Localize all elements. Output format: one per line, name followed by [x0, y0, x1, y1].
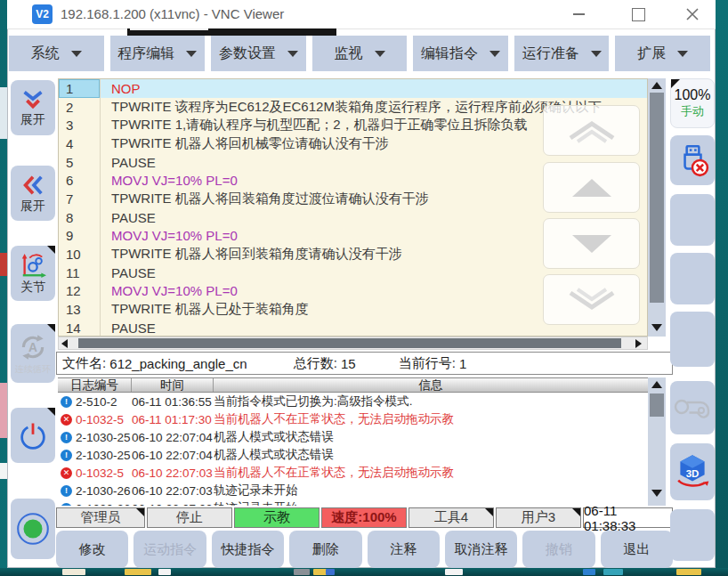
log-header-message: 信息: [214, 378, 648, 392]
log-id: 2-1030-25: [76, 431, 131, 444]
delete-button[interactable]: 删除: [289, 531, 361, 568]
empty-slot-button[interactable]: [670, 194, 715, 246]
menu-item-edit-instruction[interactable]: 编辑指令: [413, 36, 508, 71]
scroll-down-arrow[interactable]: [651, 490, 662, 497]
line-down-button[interactable]: [543, 218, 640, 269]
cycle-label: 连续循环: [15, 363, 51, 376]
gamepad-button[interactable]: [670, 381, 715, 434]
motion-instruction-button[interactable]: 运动指令: [133, 531, 206, 568]
scroll-up-arrow[interactable]: [651, 381, 662, 388]
desktop-icon: [62, 569, 85, 575]
joint-coord-button[interactable]: 关节: [11, 246, 55, 301]
empty-slot-button[interactable]: [670, 312, 715, 367]
chevron-down-icon: [287, 51, 298, 57]
close-button[interactable]: [677, 4, 708, 25]
vscroll-thumb[interactable]: [650, 93, 664, 303]
log-message: 当前机器人不在正常状态，无法启动拖动示教: [214, 465, 648, 481]
log-header: 日志编号 时间 信息: [58, 377, 648, 393]
menu-item-label: 程序编辑: [117, 45, 174, 63]
log-id: 2-510-2: [76, 395, 117, 409]
log-time: 06-11 01:17:30: [132, 413, 214, 426]
cycle-icon: A: [18, 332, 48, 362]
status-user-frame[interactable]: 用户3: [496, 507, 581, 528]
status-speed[interactable]: 速度:100%: [321, 507, 407, 528]
menu-item-extension[interactable]: 扩展: [615, 36, 710, 71]
code-line[interactable]: 1NOP: [59, 79, 647, 98]
log-row[interactable]: !2-1030-2606-10 22:07:03轨迹记录未开始: [58, 499, 648, 506]
bottom-button-bar: 修改 运动指令 快捷指令 删除 注释 取消注释 撤销 退出: [56, 531, 673, 568]
file-name-value: 612_packing_angle_cn: [109, 356, 247, 371]
speed-mode-button[interactable]: 100% 手动: [670, 78, 715, 128]
quick-instruction-button[interactable]: 快捷指令: [212, 531, 284, 568]
speed-value: 100%: [675, 87, 711, 103]
log-message: 当前指令模式已切换为:高级指令模式.: [214, 393, 648, 410]
log-time: 06-10 22:07:03: [132, 466, 214, 480]
minimize-button[interactable]: [563, 4, 594, 25]
scroll-down-arrow[interactable]: [651, 324, 662, 331]
info-icon: !: [61, 485, 72, 497]
line-text: TPWRITE 机器人将回机械零位请确认没有干涉: [100, 135, 389, 152]
corner-marker: [136, 508, 144, 516]
exit-button[interactable]: 退出: [601, 531, 673, 568]
3d-view-button[interactable]: 3D: [670, 443, 715, 500]
editor-vscrollbar[interactable]: [648, 78, 666, 337]
menu-item-monitor[interactable]: 监视: [312, 36, 408, 71]
double-chevron-up-icon: [563, 118, 620, 143]
menu-item-parameter-settings[interactable]: 参数设置: [211, 36, 306, 71]
divider: [100, 79, 101, 336]
line-text: NOP: [100, 81, 141, 96]
line-number: 4: [59, 134, 100, 153]
uncomment-button[interactable]: 取消注释: [445, 531, 517, 568]
expand-vertical-button[interactable]: 展开: [11, 80, 55, 135]
info-icon: !: [61, 432, 72, 443]
line-number: 11: [59, 264, 100, 282]
double-chevron-down-icon: [19, 88, 47, 111]
log-vscrollbar[interactable]: [648, 377, 666, 506]
empty-slot-button[interactable]: [670, 509, 715, 561]
continuous-cycle-button[interactable]: A 连续循环: [11, 324, 55, 383]
line-text: PAUSE: [100, 265, 156, 280]
undo-button[interactable]: 撤销: [522, 531, 595, 568]
comment-button[interactable]: 注释: [368, 531, 440, 568]
empty-slot-button[interactable]: [670, 253, 715, 304]
file-name-label: 文件名:: [62, 355, 109, 372]
status-role[interactable]: 管理员: [56, 507, 145, 528]
modify-button[interactable]: 修改: [56, 531, 128, 568]
record-start-button[interactable]: [11, 499, 55, 559]
corner-marker: [671, 79, 680, 88]
log-row[interactable]: !2-1030-2506-10 22:07:04机器人模式或状态错误: [58, 446, 648, 464]
log-row[interactable]: ✕0-1032-506-11 01:17:30当前机器人不在正常状态，无法启动拖…: [58, 410, 648, 428]
desktop-icon: [583, 569, 595, 575]
log-row[interactable]: !2-1030-2506-10 22:07:04机器人模式或状态错误: [58, 428, 648, 446]
log-row[interactable]: !2-1030-2606-10 22:07:03轨迹记录未开始: [58, 482, 648, 499]
power-button[interactable]: [11, 408, 55, 463]
vscroll-thumb[interactable]: [650, 393, 664, 417]
editor-hscrollbar[interactable]: [58, 337, 648, 350]
total-lines-value: 15: [341, 356, 356, 371]
scroll-left-arrow[interactable]: [61, 339, 68, 348]
log-row[interactable]: !2-510-206-11 01:36:55当前指令模式已切换为:高级指令模式.: [58, 393, 648, 410]
log-row[interactable]: ✕0-1032-506-10 22:07:03当前机器人不在正常状态，无法启动拖…: [58, 464, 648, 482]
menu-item-program-edit[interactable]: 程序编辑: [110, 36, 206, 71]
status-tool[interactable]: 工具4: [408, 507, 494, 528]
scroll-up-arrow[interactable]: [651, 82, 662, 89]
usb-status-button[interactable]: [670, 135, 715, 185]
line-text: PAUSE: [100, 155, 156, 170]
menu-item-run-prepare[interactable]: 运行准备: [514, 36, 610, 71]
log-time: 06-10 22:07:03: [132, 484, 214, 498]
chevron-down-icon: [71, 51, 82, 57]
menu-item-system[interactable]: 系统: [9, 36, 104, 71]
hscroll-thumb[interactable]: [78, 338, 621, 348]
expand-horizontal-button[interactable]: 展开: [11, 166, 55, 221]
expand-label: 展开: [20, 199, 45, 215]
page-down-button[interactable]: [543, 274, 640, 325]
log-message: 轨迹记录未开始: [214, 500, 648, 506]
line-up-button[interactable]: [543, 162, 640, 213]
status-run-state: 停止: [147, 507, 232, 528]
desktop-edge-decor: [0, 463, 7, 479]
status-bar: 管理员 停止 示教 速度:100% 工具4 用户3 06-11 01:38:33: [56, 507, 673, 528]
scroll-right-arrow[interactable]: [635, 339, 642, 348]
page-up-button[interactable]: [543, 105, 640, 156]
maximize-button[interactable]: [623, 4, 653, 25]
log-id: 2-1030-25: [76, 449, 131, 462]
